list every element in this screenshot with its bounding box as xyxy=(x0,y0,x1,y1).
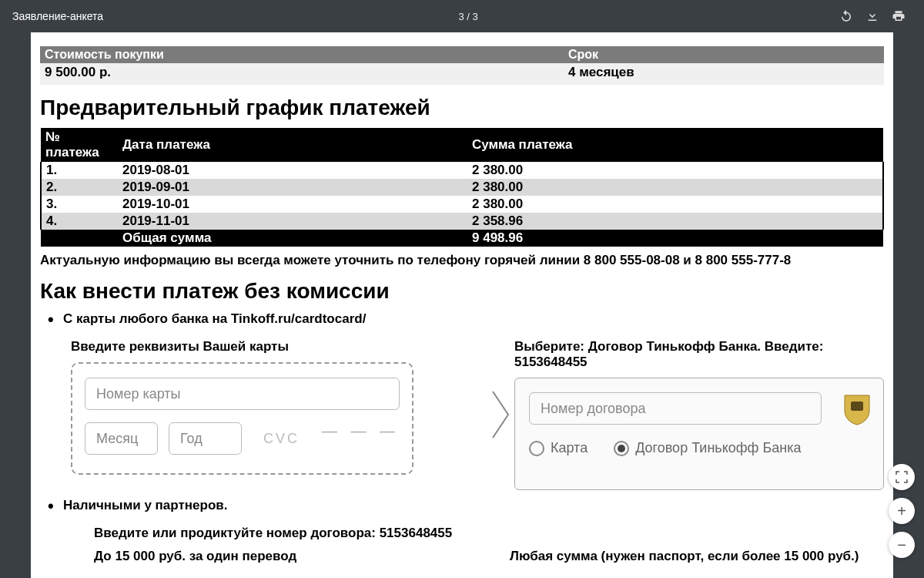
schedule-title: Предварительный график платежей xyxy=(40,96,884,120)
table-row: 1. 2019-08-01 2 380.00 xyxy=(41,162,883,179)
cash-limit-a: До 15 000 руб. за один перевод xyxy=(94,549,510,564)
radio-option-contract[interactable]: Договор Тинькофф Банка xyxy=(614,440,801,456)
summary-price-value: 9 500.00 р. xyxy=(45,65,568,80)
rotate-icon xyxy=(839,9,853,23)
download-button[interactable] xyxy=(859,3,886,29)
card-number-input[interactable]: Номер карты xyxy=(85,378,400,410)
svg-rect-0 xyxy=(851,402,863,411)
print-button[interactable] xyxy=(886,3,912,29)
table-row: 4. 2019-11-01 2 358.96 xyxy=(41,213,883,230)
download-icon xyxy=(865,9,879,23)
howto-item-cash: Наличными у партнеров. xyxy=(63,498,884,513)
summary-header: Стоимость покупки Срок xyxy=(40,46,884,63)
document-title: Заявление-анкета xyxy=(12,10,103,22)
arrow-right-icon xyxy=(487,339,514,490)
howto-title: Как внести платеж без комиссии xyxy=(40,279,884,304)
contract-form-caption: Выберите: Договор Тинькофф Банка. Введит… xyxy=(514,339,884,370)
summary-header-price: Стоимость покупки xyxy=(45,47,568,62)
card-form-box: Номер карты Месяц Год CVC — — — xyxy=(71,362,413,475)
summary-header-term: Срок xyxy=(568,47,598,62)
page-indicator: 3 / 3 xyxy=(458,11,477,22)
card-form-caption: Введите реквизиты Вашей карты xyxy=(71,339,487,355)
table-row: 3. 2019-10-01 2 380.00 xyxy=(41,196,883,213)
radio-icon xyxy=(529,441,544,456)
zoom-out-button[interactable]: − xyxy=(889,532,915,558)
th-sum: Сумма платежа xyxy=(467,128,883,162)
card-month-input[interactable]: Месяц xyxy=(85,422,158,455)
cash-contract-caption: Введите или продиктуйте номер договора: … xyxy=(94,526,884,541)
fit-icon xyxy=(896,471,908,483)
summary-term-value: 4 месяцев xyxy=(568,65,634,80)
summary-values: 9 500.00 р. 4 месяцев xyxy=(40,63,884,85)
fit-page-button[interactable] xyxy=(889,464,915,490)
th-num: № платежа xyxy=(41,128,118,162)
cash-limit-b: Любая сумма (нужен паспорт, если более 1… xyxy=(510,549,859,564)
table-row: 2. 2019-09-01 2 380.00 xyxy=(41,179,883,196)
card-cvc-label: CVC xyxy=(253,422,311,455)
contract-form-box: Номер договора Карта xyxy=(514,378,884,490)
howto-item-cardtocard: С карты любого банка на Tinkoff.ru/cardt… xyxy=(63,311,884,327)
print-icon xyxy=(892,9,906,23)
document-viewport[interactable]: Стоимость покупки Срок 9 500.00 р. 4 мес… xyxy=(0,32,924,578)
contract-number-input[interactable]: Номер договора xyxy=(529,392,822,425)
payment-schedule-table: № платежа Дата платежа Сумма платежа 1. … xyxy=(40,128,884,247)
cvc-mask: — — — xyxy=(322,422,400,455)
th-date: Дата платежа xyxy=(118,128,467,162)
zoom-in-button[interactable]: + xyxy=(889,498,915,524)
pdf-toolbar: Заявление-анкета 3 / 3 xyxy=(0,0,924,32)
card-year-input[interactable]: Год xyxy=(169,422,242,455)
table-header-row: № платежа Дата платежа Сумма платежа xyxy=(41,128,883,162)
table-total-row: Общая сумма 9 498.96 xyxy=(41,230,883,247)
document-page: Стоимость покупки Срок 9 500.00 р. 4 мес… xyxy=(31,32,893,578)
hotline-note: Актуальную информацию вы всегда можете у… xyxy=(40,253,884,268)
radio-icon-selected xyxy=(614,441,629,456)
rotate-button[interactable] xyxy=(833,3,859,29)
tinkoff-crest-icon xyxy=(842,392,872,426)
radio-option-card[interactable]: Карта xyxy=(529,440,588,456)
